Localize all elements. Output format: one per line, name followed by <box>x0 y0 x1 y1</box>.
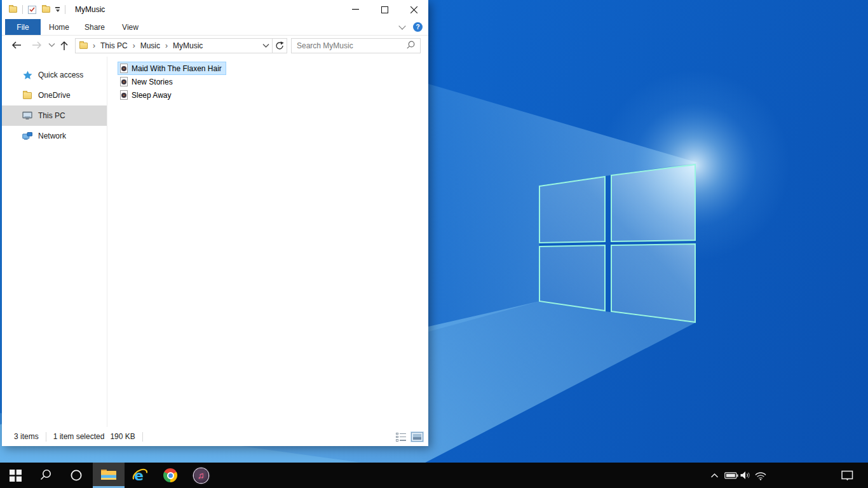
action-center-button[interactable] <box>837 463 857 488</box>
refresh-button[interactable] <box>273 41 287 50</box>
tray-network-button[interactable] <box>752 463 769 488</box>
address-bar-row: › This PC › Music › MyMusic <box>2 36 428 57</box>
search-glyph-icon <box>39 469 52 482</box>
monitor-icon <box>22 111 32 121</box>
sidebar-item-label: OneDrive <box>38 91 71 100</box>
windows-logo-icon <box>10 470 22 482</box>
recent-locations-icon[interactable] <box>48 43 55 48</box>
minimize-button[interactable] <box>341 0 370 19</box>
tab-home[interactable]: Home <box>46 19 72 35</box>
chevron-up-icon <box>710 473 719 478</box>
file-name: Sleep Away <box>132 91 172 100</box>
music-file-icon <box>120 90 128 100</box>
taskbar-chrome-button[interactable] <box>155 463 186 488</box>
maximize-button[interactable] <box>370 0 399 19</box>
address-bar[interactable]: › This PC › Music › MyMusic <box>75 38 287 53</box>
tab-view[interactable]: View <box>118 19 143 35</box>
breadcrumb-folder-icon <box>79 43 88 49</box>
forward-button[interactable] <box>31 40 43 50</box>
sidebar-item-label: Quick access <box>38 71 83 79</box>
search-icon[interactable] <box>407 41 415 51</box>
file-row[interactable]: New Stories <box>118 76 177 88</box>
file-name: New Stories <box>132 78 173 86</box>
help-icon[interactable]: ? <box>413 22 423 32</box>
onedrive-folder-icon <box>22 90 32 100</box>
itunes-icon: ♫ <box>194 468 208 483</box>
crumb-separator: › <box>133 41 135 50</box>
music-file-icon <box>120 64 128 73</box>
action-center-icon <box>841 470 853 481</box>
tab-share[interactable]: Share <box>81 19 109 35</box>
qat-new-folder-icon[interactable] <box>42 6 50 13</box>
start-button[interactable] <box>0 463 31 488</box>
status-bar: 3 items 1 item selected 190 KB <box>2 427 428 446</box>
file-list: Maid With The Flaxen Hair New Stories Sl… <box>108 57 428 427</box>
taskbar-file-explorer-button[interactable] <box>93 463 125 488</box>
file-explorer-icon <box>100 468 117 481</box>
navigation-pane: Quick access OneDrive This PC Network <box>2 57 107 427</box>
window-content: Quick access OneDrive This PC Network <box>2 57 428 427</box>
titlebar-separator2 <box>65 5 65 14</box>
battery-icon <box>724 471 738 479</box>
status-separator2 <box>142 432 143 442</box>
breadcrumb-music[interactable]: Music <box>140 41 160 50</box>
internet-explorer-icon: e <box>132 467 148 484</box>
details-view-button[interactable] <box>396 433 407 442</box>
star-icon <box>22 70 32 80</box>
taskbar-internet-explorer-button[interactable]: e <box>125 463 155 488</box>
expand-ribbon-icon[interactable] <box>398 22 405 29</box>
crumb-separator: › <box>93 41 95 50</box>
wifi-icon <box>754 471 767 480</box>
taskbar-search-button[interactable] <box>31 463 61 488</box>
sidebar-item-quick-access[interactable]: Quick access <box>2 65 107 85</box>
up-button[interactable] <box>59 40 69 51</box>
taskbar: e ♫ <box>0 463 868 488</box>
file-name: Maid With The Flaxen Hair <box>132 64 222 73</box>
search-input[interactable] <box>292 41 407 50</box>
sidebar-item-onedrive[interactable]: OneDrive <box>2 85 107 105</box>
address-dropdown-icon[interactable] <box>259 43 272 48</box>
tab-file[interactable]: File <box>5 19 41 35</box>
taskbar-itunes-button[interactable]: ♫ <box>186 463 216 488</box>
window-title: MyMusic <box>75 5 105 14</box>
sidebar-item-network[interactable]: Network <box>2 126 107 146</box>
tray-expand-button[interactable] <box>707 463 722 488</box>
volume-icon <box>740 471 751 480</box>
tray-volume-button[interactable] <box>738 463 752 488</box>
tray-battery-button[interactable] <box>723 463 740 488</box>
qat-properties-icon[interactable] <box>28 6 36 14</box>
status-separator <box>46 432 46 442</box>
file-row[interactable]: Sleep Away <box>118 89 175 101</box>
file-row-selected[interactable]: Maid With The Flaxen Hair <box>118 62 226 74</box>
cortana-button[interactable] <box>61 463 92 488</box>
back-button[interactable] <box>11 40 22 50</box>
large-icons-view-button[interactable] <box>411 432 423 442</box>
status-selection-size: 190 KB <box>110 432 135 441</box>
close-button[interactable] <box>399 0 428 19</box>
ribbon-tab-bar: File Home Share View ? <box>2 19 428 36</box>
qat-customize-dropdown-icon[interactable] <box>55 7 60 12</box>
cortana-circle-icon <box>70 469 83 482</box>
titlebar-separator <box>22 5 23 14</box>
status-selection: 1 item selected <box>53 432 105 441</box>
network-icon <box>22 131 32 141</box>
music-file-icon <box>120 77 128 86</box>
breadcrumb-mymusic[interactable]: MyMusic <box>173 41 203 50</box>
breadcrumb-this-pc[interactable]: This PC <box>100 41 128 50</box>
sidebar-item-this-pc[interactable]: This PC <box>2 105 107 126</box>
sidebar-item-label: This PC <box>38 111 65 120</box>
sidebar-item-label: Network <box>38 132 66 140</box>
crumb-separator: › <box>165 41 168 50</box>
title-bar[interactable]: MyMusic <box>2 0 428 19</box>
status-item-count: 3 items <box>14 432 39 441</box>
window-folder-icon <box>9 6 17 13</box>
search-box[interactable] <box>291 38 421 53</box>
explorer-window: MyMusic File Home Share View ? <box>2 0 428 446</box>
chrome-icon <box>163 468 177 482</box>
